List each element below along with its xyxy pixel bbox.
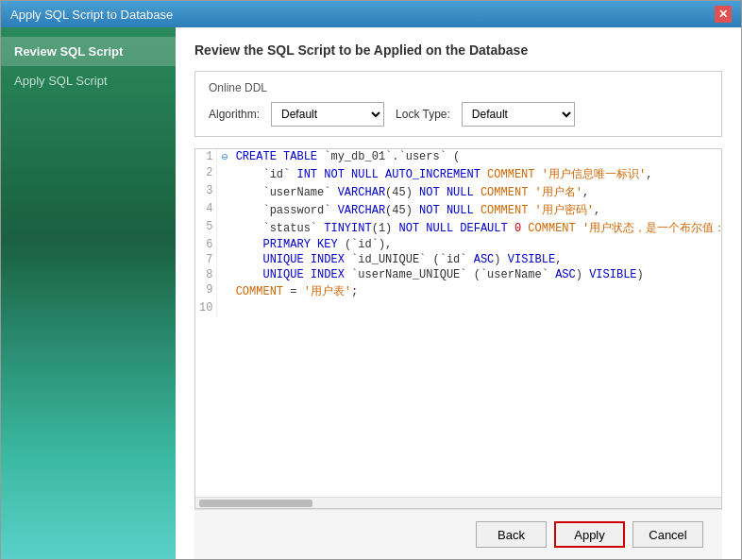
code-line: COMMENT = '用户表'; [232,282,722,300]
algorithm-label: Algorithm: [209,108,260,121]
line-gutter [217,201,232,219]
title-bar: Apply SQL Script to Database ✕ [1,1,741,27]
line-number: 10 [195,300,217,315]
line-number: 5 [195,219,217,237]
table-row: 1 ⊖ CREATE TABLE `my_db_01`.`users` ( [195,149,722,165]
line-number: 7 [195,252,217,267]
line-number: 2 [195,165,217,183]
lock-type-label: Lock Type: [396,108,450,121]
line-number: 8 [195,267,217,282]
algorithm-select[interactable]: Default INPLACE COPY [271,102,384,127]
line-gutter [217,267,232,282]
table-row: 10 [195,300,722,315]
table-row: 3 `userName` VARCHAR(45) NOT NULL COMMEN… [195,183,722,201]
table-row: 5 `status` TINYINT(1) NOT NULL DEFAULT 0… [195,219,722,237]
line-gutter: ⊖ [217,149,232,165]
line-gutter [217,183,232,201]
cancel-button[interactable]: Cancel [632,521,703,548]
code-area[interactable]: 1 ⊖ CREATE TABLE `my_db_01`.`users` ( 2 [194,148,722,509]
online-ddl-row: Algorithm: Default INPLACE COPY Lock Typ… [209,102,708,127]
sidebar-item-apply-label: Apply SQL Script [14,74,108,88]
table-row: 8 UNIQUE INDEX `userName_UNIQUE` (`userN… [195,267,722,282]
sidebar-item-review-label: Review SQL Script [14,44,123,59]
line-number: 3 [195,183,217,201]
code-line: UNIQUE INDEX `id_UNIQUE` (`id` ASC) VISI… [232,252,722,267]
line-number: 9 [195,282,217,300]
code-line: PRIMARY KEY (`id`), [232,237,722,252]
sidebar-item-review[interactable]: Review SQL Script [1,37,176,66]
code-line: `password` VARCHAR(45) NOT NULL COMMENT … [232,201,722,219]
close-button[interactable]: ✕ [715,6,732,23]
scrollbar-thumb[interactable] [199,500,312,507]
code-line: UNIQUE INDEX `userName_UNIQUE` (`userNam… [232,267,722,282]
main-title: Review the SQL Script to be Applied on t… [194,42,722,58]
horizontal-scrollbar[interactable] [195,497,721,508]
code-line [232,300,722,315]
back-button[interactable]: Back [476,521,547,548]
sidebar-item-apply[interactable]: Apply SQL Script [1,66,176,95]
line-gutter [217,219,232,237]
code-line: CREATE TABLE `my_db_01`.`users` ( [232,149,722,165]
sidebar: Review SQL Script Apply SQL Script [1,27,176,559]
dialog-title: Apply SQL Script to Database [10,8,173,22]
apply-sql-dialog: Apply SQL Script to Database ✕ Review SQ… [0,0,742,560]
code-line: `id` INT NOT NULL AUTO_INCREMENT COMMENT… [232,165,722,183]
line-number: 6 [195,237,217,252]
code-table: 1 ⊖ CREATE TABLE `my_db_01`.`users` ( 2 [195,149,722,315]
table-row: 6 PRIMARY KEY (`id`), [195,237,722,252]
online-ddl-label: Online DDL [209,81,708,94]
code-line: `userName` VARCHAR(45) NOT NULL COMMENT … [232,183,722,201]
line-gutter [217,282,232,300]
line-gutter [217,300,232,315]
dialog-body: Review SQL Script Apply SQL Script Revie… [1,27,741,559]
table-row: 7 UNIQUE INDEX `id_UNIQUE` (`id` ASC) VI… [195,252,722,267]
table-row: 2 `id` INT NOT NULL AUTO_INCREMENT COMME… [195,165,722,183]
table-row: 4 `password` VARCHAR(45) NOT NULL COMMEN… [195,201,722,219]
online-ddl-section: Online DDL Algorithm: Default INPLACE CO… [194,71,722,137]
line-number: 1 [195,149,217,165]
line-gutter [217,252,232,267]
line-gutter [217,237,232,252]
footer-buttons: Back Apply Cancel [194,509,722,559]
line-gutter [217,165,232,183]
code-line: `status` TINYINT(1) NOT NULL DEFAULT 0 C… [232,219,722,237]
line-number: 4 [195,201,217,219]
main-content: Review the SQL Script to be Applied on t… [176,27,741,559]
table-row: 9 COMMENT = '用户表'; [195,282,722,300]
apply-button[interactable]: Apply [554,521,625,548]
lock-type-select[interactable]: Default NONE SHARED EXCLUSIVE [462,102,575,127]
